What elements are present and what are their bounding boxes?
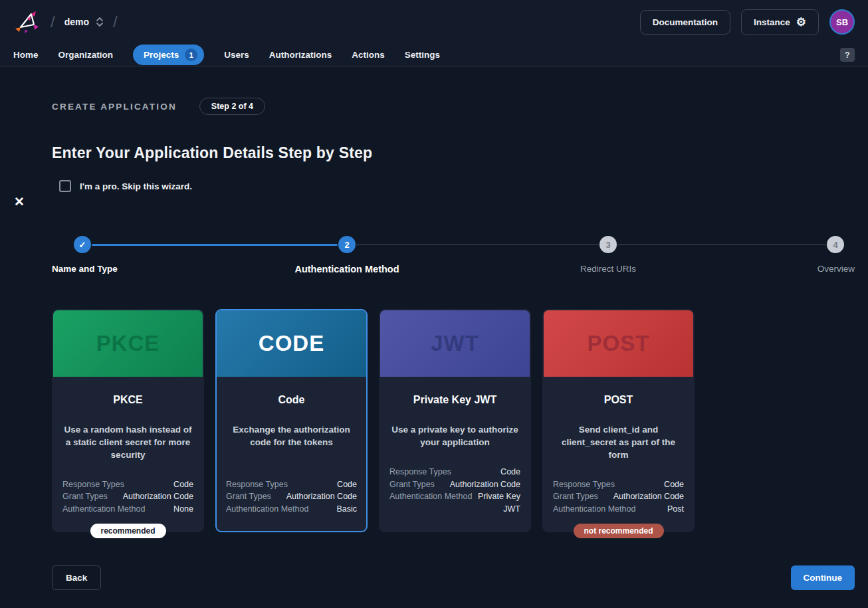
wizard-stepper: ✓ 2 3 4 Name and Type Authentication Met… <box>52 236 855 276</box>
attr-value: Basic <box>336 503 357 516</box>
attr-row: Grant Types Authorization Code <box>226 490 357 503</box>
skip-wizard-row: I'm a pro. Skip this wizard. <box>59 180 855 192</box>
step-2-label: Authentication Method <box>294 264 399 274</box>
attr-value: Authorization Code <box>450 478 520 491</box>
attr-label: Response Types <box>553 478 615 491</box>
step-2-circle[interactable]: 2 <box>338 236 356 253</box>
attr-label: Authentication Method <box>389 490 472 515</box>
card-title: PKCE <box>62 394 193 406</box>
attr-row: Response Types Code <box>389 466 520 478</box>
documentation-label: Documentation <box>653 17 718 27</box>
attr-label: Grant Types <box>553 490 598 503</box>
attr-label: Grant Types <box>62 490 108 503</box>
step-3-circle[interactable]: 3 <box>599 236 617 253</box>
attr-value: Private Key JWT <box>477 490 520 515</box>
card-attributes: Response Types Code Grant Types Authoriz… <box>62 478 193 516</box>
attr-value: Code <box>173 478 193 491</box>
attr-row: Grant Types Authorization Code <box>553 490 684 503</box>
attr-value: Authorization Code <box>286 490 357 503</box>
card-body: PKCE Use a random hash instead of a stat… <box>53 377 203 531</box>
zitadel-logo[interactable] <box>13 8 41 36</box>
avatar[interactable]: SB <box>829 9 855 35</box>
step-4-circle[interactable]: 4 <box>827 236 844 253</box>
card-body: POST Send client_id and client_secret as… <box>544 377 693 531</box>
recommended-badge: recommended <box>90 524 165 538</box>
org-selector[interactable]: demo <box>64 17 104 27</box>
nav-item-organization[interactable]: Organization <box>58 50 114 60</box>
auth-method-card-code[interactable]: CODE Code Exchange the authorization cod… <box>215 309 368 532</box>
card-attributes: Response Types Code Grant Types Authoriz… <box>553 478 684 516</box>
attr-row: Authentication Method Basic <box>226 503 357 516</box>
wizard-header: CREATE APPLICATION Step 2 of 4 <box>52 98 855 115</box>
card-banner-text: PKCE <box>96 331 160 356</box>
nav-item-users[interactable]: Users <box>224 50 249 60</box>
card-title: Private Key JWT <box>389 394 520 406</box>
instance-label: Instance <box>754 17 790 27</box>
breadcrumb-slash: / <box>113 13 118 31</box>
card-banner-text: CODE <box>259 331 324 356</box>
avatar-initials: SB <box>836 17 848 27</box>
attr-value: Code <box>500 466 520 478</box>
card-description: Use a private key to authorize your appl… <box>389 423 520 449</box>
attr-value: Authorization Code <box>123 490 193 503</box>
auth-method-card-jwt[interactable]: JWT Private Key JWT Use a private key to… <box>379 309 531 532</box>
skip-wizard-checkbox[interactable] <box>59 180 71 192</box>
step-4-label: Overview <box>817 264 855 274</box>
attr-value: Authorization Code <box>613 490 684 503</box>
main-nav: Home Organization Projects 1 Users Autho… <box>0 44 868 66</box>
nav-item-home[interactable]: Home <box>13 50 39 60</box>
nav-item-actions[interactable]: Actions <box>352 50 385 60</box>
instance-button[interactable]: Instance ⚙ <box>741 9 819 35</box>
card-description: Send client_id and client_secret as part… <box>553 423 684 461</box>
breadcrumb-slash: / <box>51 13 55 31</box>
attr-row: Authentication Method Post <box>553 503 684 516</box>
attr-row: Authentication Method None <box>62 503 193 516</box>
attr-row: Grant Types Authorization Code <box>389 478 520 491</box>
nav-item-projects[interactable]: Projects 1 <box>133 45 204 65</box>
attr-row: Response Types Code <box>226 478 357 491</box>
card-banner: POST <box>544 310 693 377</box>
card-description: Exchange the authorization code for the … <box>226 423 357 449</box>
auth-method-cards: PKCE PKCE Use a random hash instead of a… <box>52 309 855 532</box>
attr-row: Grant Types Authorization Code <box>62 490 193 503</box>
card-banner: JWT <box>380 310 530 377</box>
card-body: Private Key JWT Use a private key to aut… <box>380 377 530 531</box>
card-attributes: Response Types Code Grant Types Authoriz… <box>389 466 520 515</box>
wizard-footer: Back Continue <box>52 565 855 590</box>
step-3-label: Redirect URIs <box>580 264 636 274</box>
check-icon: ✓ <box>79 240 86 250</box>
attr-label: Authentication Method <box>226 503 308 516</box>
page-title: Enter Your Application Details Step by S… <box>52 144 855 162</box>
attr-row: Authentication Method Private Key JWT <box>389 490 520 515</box>
attr-label: Authentication Method <box>62 503 145 516</box>
create-application-wizard: ✕ CREATE APPLICATION Step 2 of 4 Enter Y… <box>0 98 868 590</box>
documentation-button[interactable]: Documentation <box>640 10 730 35</box>
wizard-kicker: CREATE APPLICATION <box>52 102 177 112</box>
attr-label: Response Types <box>389 466 451 478</box>
continue-button[interactable]: Continue <box>791 565 855 590</box>
nav-item-projects-label: Projects <box>144 50 179 60</box>
card-attributes: Response Types Code Grant Types Authoriz… <box>226 478 357 516</box>
back-button[interactable]: Back <box>52 565 101 590</box>
gear-icon: ⚙ <box>796 17 806 28</box>
attr-row: Response Types Code <box>62 478 193 491</box>
card-title: Code <box>226 394 357 406</box>
auth-method-card-pkce[interactable]: PKCE PKCE Use a random hash instead of a… <box>52 309 204 532</box>
attr-row: Response Types Code <box>553 478 684 491</box>
attr-value: None <box>173 503 193 516</box>
step-1-circle[interactable]: ✓ <box>74 236 91 253</box>
org-name: demo <box>64 17 89 27</box>
card-banner: PKCE <box>53 310 203 377</box>
attr-value: Code <box>337 478 357 491</box>
card-body: Code Exchange the authorization code for… <box>217 377 366 531</box>
not-recommended-badge: not recommended <box>573 524 663 538</box>
card-description: Use a random hash instead of a static cl… <box>62 423 193 461</box>
close-icon[interactable]: ✕ <box>14 195 25 208</box>
help-button[interactable]: ? <box>840 48 855 62</box>
step-4-number: 4 <box>833 240 837 250</box>
nav-item-settings[interactable]: Settings <box>405 50 440 60</box>
stepper-line <box>617 245 826 245</box>
auth-method-card-post[interactable]: POST POST Send client_id and client_secr… <box>542 309 695 532</box>
nav-item-authorizations[interactable]: Authorizations <box>269 50 332 60</box>
stepper-line <box>356 245 599 245</box>
